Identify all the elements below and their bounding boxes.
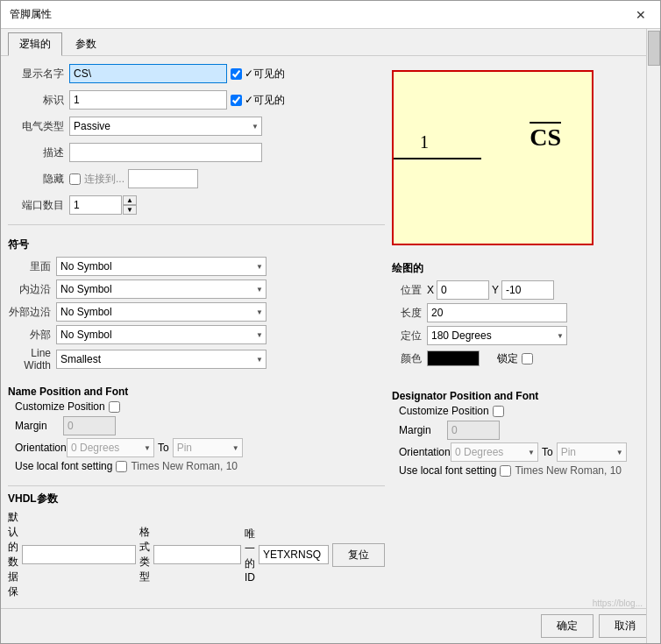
tab-bar: 逻辑的 参数 [1,29,660,56]
identifier-input[interactable] [69,90,227,110]
length-label: 长度 [392,306,427,321]
vhdl-row: 默认的数据保 格式类型 唯一的ID 复位 [8,510,385,599]
scrollbar-thumb[interactable] [648,31,660,66]
designator-margin-label: Margin [399,424,447,436]
display-name-visible-label: ✓可见的 [231,67,285,81]
vhdl-format-input[interactable] [153,545,241,564]
pin-name: CS [530,124,561,152]
y-input[interactable] [501,280,554,300]
position-row: 位置 X Y [392,280,653,301]
hidden-value-input[interactable] [128,169,198,188]
drawing-orientation-select[interactable]: 180 Degrees 0 Degrees 90 Degrees 270 Deg… [427,326,567,345]
inside-label: 里面 [8,259,56,274]
vhdl-reset-button[interactable]: 复位 [332,543,385,567]
vhdl-id-label: 唯一的ID [245,527,255,584]
vhdl-id-input[interactable] [259,545,329,564]
pin-preview: 1 CS [392,70,593,245]
name-font-value: Times New Roman, 10 [131,460,238,472]
drawing-section: 绘图的 位置 X Y 长度 [392,256,653,371]
name-font-checkbox[interactable] [116,461,127,472]
outer-edge-row: 外部边沿 No Symbol Dot [8,301,385,322]
line-width-select[interactable]: Smallest Small Medium Large [56,350,267,369]
identifier-visible-label: ✓可见的 [231,93,285,108]
designator-orientation-select: 0 Degrees [451,442,538,462]
electrical-type-label: 电气类型 [8,119,69,134]
tab-params[interactable]: 参数 [64,32,108,55]
inside-select[interactable]: No Symbol Dot [56,257,267,276]
identifier-label: 标识 [8,93,69,108]
description-input[interactable] [69,143,262,162]
identifier-visible-checkbox[interactable] [231,95,242,106]
designator-title: Designator Position and Font [392,390,653,402]
name-margin-input [63,416,116,435]
lock-checkbox[interactable] [522,353,533,364]
name-margin-label: Margin [15,420,63,432]
position-label: 位置 [392,283,427,298]
symbol-section: 符号 里面 No Symbol Dot 内边沿 [8,232,385,373]
name-customize-row: Customize Position [8,400,385,413]
display-name-label: 显示名字 [8,67,69,81]
drawing-orientation-label: 定位 [392,329,427,343]
pin-preview-inner: 1 CS [394,72,592,244]
outside-row: 外部 No Symbol Dot [8,324,385,345]
content-area: 显示名字 ✓可见的 标识 ✓可见的 [1,56,660,643]
right-panel: 1 CS 绘图的 位置 X Y [392,63,653,601]
bottom-bar: https://blog... 确定 取消 [1,608,660,643]
designator-customize-checkbox[interactable] [493,406,504,417]
dialog-title: 管脚属性 [10,7,52,22]
designator-font-row: Use local font setting Times New Roman, … [392,464,653,477]
name-position-title: Name Position and Font [8,386,385,398]
vhdl-default-label: 默认的数据保 [8,510,18,599]
vhdl-default-input[interactable] [22,545,136,564]
outer-edge-label: 外部边沿 [8,305,56,320]
line-width-row: Line Width Smallest Small Medium Large [8,347,385,372]
inside-row: 里面 No Symbol Dot [8,256,385,277]
inner-edge-select[interactable]: No Symbol Dot [56,280,267,299]
electrical-type-select[interactable]: Passive Input Output I/O [69,117,262,136]
lock-label: 锁定 [497,351,518,366]
ok-button[interactable]: 确定 [541,614,593,638]
description-label: 描述 [8,145,69,160]
designator-font-label: Use local font setting [399,464,496,477]
vhdl-title: VHDL参数 [8,492,385,506]
name-to-label: To [158,442,169,454]
designator-margin-input [447,421,500,440]
display-name-input[interactable] [69,64,227,83]
outer-edge-select[interactable]: No Symbol Dot [56,302,267,322]
length-row: 长度 [392,302,653,323]
name-position-section: Name Position and Font Customize Positio… [8,380,385,475]
color-swatch[interactable] [427,350,480,366]
title-bar: 管脚属性 ✕ [1,1,660,29]
port-count-up[interactable]: ▲ [123,195,137,205]
port-count-down[interactable]: ▼ [123,205,137,215]
outside-label: 外部 [8,328,56,343]
designator-customize-row: Customize Position [392,405,653,417]
designator-section: Designator Position and Font Customize P… [392,385,653,479]
watermark: https://blog... [593,598,643,608]
designator-orientation-row: Orientation 0 Degrees To Pin [392,442,653,462]
outside-select[interactable]: No Symbol Dot [56,325,267,344]
hidden-label: 隐藏 [8,172,69,187]
name-to-select: Pin [173,438,243,457]
length-input[interactable] [427,303,567,322]
name-customize-checkbox[interactable] [109,401,120,413]
description-row: 描述 [8,142,385,163]
designator-customize-label: Customize Position [399,405,489,417]
name-margin-row: Margin [8,415,385,436]
color-label: 颜色 [392,351,427,366]
close-button[interactable]: ✕ [630,6,651,24]
designator-orientation-label: Orientation [399,446,447,458]
x-input[interactable] [437,280,489,300]
scrollbar[interactable] [646,29,660,643]
port-count-input[interactable] [69,195,122,215]
vhdl-section: VHDL参数 默认的数据保 格式类型 唯一的ID 复位 [8,485,385,599]
symbol-title: 符号 [8,237,385,252]
inner-edge-row: 内边沿 No Symbol Dot [8,279,385,300]
connected-to-label: 连接到... [84,172,124,187]
display-name-visible-checkbox[interactable] [231,68,242,80]
cancel-button[interactable]: 取消 [599,614,651,638]
hidden-row: 隐藏 连接到... [8,168,385,189]
tab-logical[interactable]: 逻辑的 [8,32,62,56]
designator-font-checkbox[interactable] [500,465,511,477]
hidden-checkbox[interactable] [69,173,81,185]
